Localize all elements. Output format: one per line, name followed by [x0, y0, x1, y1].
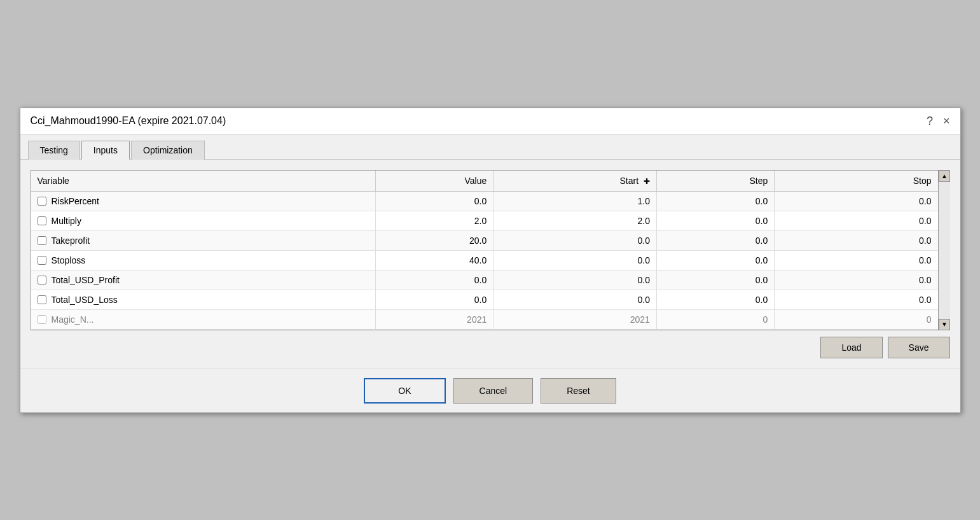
- value-cell[interactable]: 0.0: [375, 191, 493, 211]
- variable-cell: Total_USD_Profit: [31, 270, 376, 290]
- variable-name: Total_USD_Profit: [52, 275, 120, 285]
- variable-cell: RiskPercent: [31, 191, 376, 211]
- start-cell[interactable]: 2021: [493, 309, 657, 329]
- start-cell[interactable]: 0.0: [493, 230, 657, 250]
- variable-name: Stoploss: [52, 255, 86, 265]
- stop-cell[interactable]: 0.0: [775, 211, 938, 230]
- variable-cell: Total_USD_Loss: [31, 290, 376, 309]
- scroll-track[interactable]: [939, 182, 950, 319]
- value-cell[interactable]: 0.0: [375, 270, 493, 290]
- load-button[interactable]: Load: [820, 337, 882, 358]
- help-button[interactable]: ?: [927, 115, 933, 128]
- save-button[interactable]: Save: [888, 337, 950, 358]
- value-cell[interactable]: 20.0: [375, 230, 493, 250]
- table-row: RiskPercent0.01.00.00.0: [31, 191, 938, 211]
- tab-testing[interactable]: Testing: [28, 141, 80, 160]
- table-row: Multiply2.02.00.00.0: [31, 211, 938, 230]
- step-cell[interactable]: 0.0: [656, 230, 774, 250]
- tab-content-inputs: Variable Value Start ✚ Ste: [20, 160, 960, 369]
- table-row: Magic_N...2021202100: [31, 309, 938, 329]
- vertical-scrollbar[interactable]: ▲ ▼: [939, 170, 950, 330]
- stop-cell[interactable]: 0: [775, 309, 938, 329]
- cancel-button[interactable]: Cancel: [453, 378, 534, 404]
- stop-cell[interactable]: 0.0: [775, 270, 938, 290]
- table-row: Total_USD_Profit0.00.00.00.0: [31, 270, 938, 290]
- col-header-value: Value: [375, 171, 493, 192]
- start-cell[interactable]: 1.0: [493, 191, 657, 211]
- resize-handle-start[interactable]: ✚: [644, 177, 650, 186]
- value-cell[interactable]: 40.0: [375, 250, 493, 270]
- col-header-step: Step: [656, 171, 774, 192]
- row-checkbox[interactable]: [38, 197, 46, 206]
- tab-bar: Testing Inputs Optimization: [20, 135, 960, 160]
- inputs-table-container: Variable Value Start ✚ Ste: [31, 170, 950, 330]
- title-bar: Cci_Mahmoud1990-EA (expire 2021.07.04) ?…: [20, 108, 960, 135]
- start-cell[interactable]: 0.0: [493, 270, 657, 290]
- scroll-down-button[interactable]: ▼: [939, 319, 950, 330]
- row-checkbox[interactable]: [38, 236, 46, 245]
- reset-button[interactable]: Reset: [541, 378, 616, 404]
- variable-cell: Multiply: [31, 211, 376, 230]
- stop-cell[interactable]: 0.0: [775, 230, 938, 250]
- close-button[interactable]: ×: [943, 115, 950, 128]
- row-checkbox[interactable]: [38, 295, 46, 304]
- variable-cell: Takeprofit: [31, 230, 376, 250]
- row-checkbox[interactable]: [38, 216, 46, 225]
- step-cell[interactable]: 0.0: [656, 211, 774, 230]
- tab-optimization[interactable]: Optimization: [131, 141, 205, 160]
- stop-cell[interactable]: 0.0: [775, 290, 938, 309]
- row-checkbox[interactable]: [38, 276, 46, 285]
- load-save-buttons: Load Save: [31, 330, 950, 358]
- variable-name: Multiply: [52, 216, 81, 226]
- table-row: Total_USD_Loss0.00.00.00.0: [31, 290, 938, 309]
- table-wrapper: Variable Value Start ✚ Ste: [31, 170, 939, 330]
- variable-name: RiskPercent: [52, 196, 99, 206]
- row-checkbox[interactable]: [38, 256, 46, 265]
- step-cell[interactable]: 0.0: [656, 270, 774, 290]
- variable-name: Takeprofit: [52, 235, 90, 246]
- row-checkbox[interactable]: [38, 315, 46, 324]
- start-cell[interactable]: 0.0: [493, 250, 657, 270]
- variable-cell: Stoploss: [31, 250, 376, 270]
- value-cell[interactable]: 0.0: [375, 290, 493, 309]
- variable-name: Magic_N...: [52, 314, 94, 325]
- footer-buttons: OK Cancel Reset: [20, 369, 960, 412]
- col-header-variable: Variable: [31, 171, 376, 192]
- start-cell[interactable]: 0.0: [493, 290, 657, 309]
- table-row: Stoploss40.00.00.00.0: [31, 250, 938, 270]
- variable-cell: Magic_N...: [31, 309, 376, 329]
- tab-inputs[interactable]: Inputs: [81, 141, 130, 160]
- scroll-up-button[interactable]: ▲: [939, 171, 950, 182]
- col-header-stop: Stop: [775, 171, 938, 192]
- dialog-window: Cci_Mahmoud1990-EA (expire 2021.07.04) ?…: [20, 108, 961, 413]
- step-cell[interactable]: 0: [656, 309, 774, 329]
- variable-name: Total_USD_Loss: [52, 295, 118, 305]
- stop-cell[interactable]: 0.0: [775, 191, 938, 211]
- title-bar-controls: ? ×: [927, 115, 950, 128]
- step-cell[interactable]: 0.0: [656, 250, 774, 270]
- stop-cell[interactable]: 0.0: [775, 250, 938, 270]
- inputs-table: Variable Value Start ✚ Ste: [31, 170, 939, 330]
- table-header-row: Variable Value Start ✚ Ste: [31, 171, 938, 192]
- table-row: Takeprofit20.00.00.00.0: [31, 230, 938, 250]
- col-header-start: Start ✚: [493, 171, 657, 192]
- value-cell[interactable]: 2021: [375, 309, 493, 329]
- ok-button[interactable]: OK: [364, 378, 445, 404]
- start-cell[interactable]: 2.0: [493, 211, 657, 230]
- step-cell[interactable]: 0.0: [656, 290, 774, 309]
- value-cell[interactable]: 2.0: [375, 211, 493, 230]
- step-cell[interactable]: 0.0: [656, 191, 774, 211]
- dialog-title: Cci_Mahmoud1990-EA (expire 2021.07.04): [31, 115, 226, 127]
